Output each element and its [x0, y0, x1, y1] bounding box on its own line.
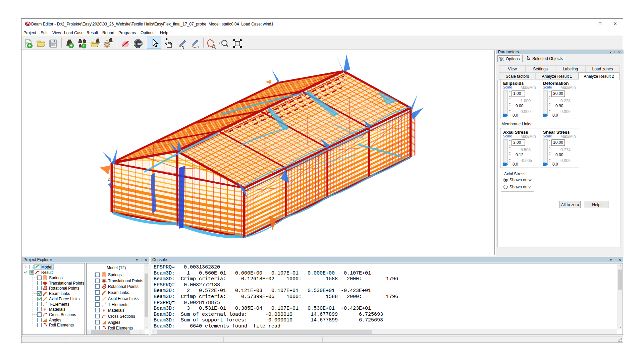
- svg-text:E: E: [102, 308, 105, 313]
- svg-text:2: 2: [108, 177, 110, 181]
- svg-text:STOP: STOP: [135, 42, 142, 46]
- svg-text:E: E: [43, 307, 46, 312]
